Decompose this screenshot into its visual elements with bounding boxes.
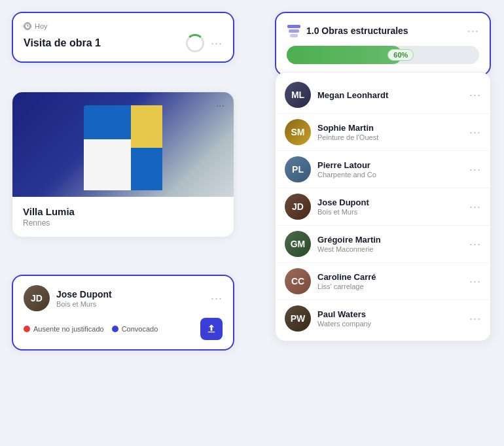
villa-location: Rennes bbox=[23, 218, 223, 228]
dots-menu-person-6[interactable]: ··· bbox=[469, 312, 481, 326]
people-info-3: Jose Dupont Bois et Murs bbox=[317, 197, 369, 216]
badge-ausente: Ausente no justificado bbox=[24, 325, 104, 333]
villa-image: ··· bbox=[12, 92, 234, 197]
people-info-4: Grégoire Martin West Maconnerie bbox=[317, 235, 381, 253]
avatar-4: GM bbox=[285, 231, 311, 257]
people-left-4: GM Grégoire Martin West Maconnerie bbox=[285, 231, 381, 257]
badge-convocado: Convocado bbox=[112, 325, 158, 333]
badges: Ausente no justificado Convocado bbox=[24, 325, 158, 333]
list-item: PL Pierre Latour Charpente and Co ··· bbox=[276, 151, 490, 188]
villa-name: Villa Lumia bbox=[23, 206, 223, 217]
person-info: Jose Dupont Bois et Murs bbox=[56, 289, 112, 308]
upload-icon bbox=[206, 324, 217, 334]
list-item: ML Megan Leonhardt ··· bbox=[276, 77, 490, 114]
list-item: JD Jose Dupont Bois et Murs ··· bbox=[276, 188, 490, 226]
list-item: PW Paul Waters Waters company ··· bbox=[276, 300, 490, 337]
dots-menu-person-2[interactable]: ··· bbox=[469, 163, 481, 177]
clock-icon bbox=[24, 22, 31, 30]
people-name-1: Sophie Martin bbox=[317, 123, 378, 133]
people-info-0: Megan Leonhardt bbox=[317, 90, 388, 100]
people-name-4: Grégoire Martin bbox=[317, 235, 381, 245]
people-left-6: PW Paul Waters Waters company bbox=[285, 305, 371, 332]
avatar-0: ML bbox=[285, 82, 311, 108]
avatar-3: JD bbox=[285, 194, 311, 220]
people-left-3: JD Jose Dupont Bois et Murs bbox=[285, 194, 369, 220]
people-card: ML Megan Leonhardt ··· SM Sophie Martin … bbox=[275, 72, 491, 341]
badge-ausente-label: Ausente no justificado bbox=[33, 325, 104, 333]
obras-title: 1.0 Obras estructurales bbox=[306, 26, 408, 36]
dots-menu-obras[interactable]: ··· bbox=[467, 24, 479, 38]
hoy-label: Hoy bbox=[35, 22, 48, 30]
visit-card: Hoy Visita de obra 1 ··· bbox=[12, 12, 234, 63]
person-name: Jose Dupont bbox=[56, 289, 112, 300]
dot-red bbox=[24, 326, 30, 332]
people-company-1: Peinture de l'Ouest bbox=[317, 133, 378, 141]
people-name-6: Paul Waters bbox=[317, 309, 371, 319]
person-left: JD Jose Dupont Bois et Murs bbox=[24, 285, 112, 311]
avatar-5: CC bbox=[285, 268, 311, 294]
progress-bar-container: 60% bbox=[287, 46, 479, 64]
villa-card: ··· Villa Lumia Rennes bbox=[12, 92, 234, 237]
obras-header: 1.0 Obras estructurales ··· bbox=[287, 24, 479, 38]
people-info-2: Pierre Latour Charpente and Co bbox=[317, 160, 376, 179]
avatar-6: PW bbox=[285, 305, 311, 332]
dots-menu-visit[interactable]: ··· bbox=[211, 37, 223, 50]
building-shape bbox=[84, 105, 162, 190]
people-left-1: SM Sophie Martin Peinture de l'Ouest bbox=[285, 119, 378, 145]
people-left-2: PL Pierre Latour Charpente and Co bbox=[285, 156, 376, 182]
avatar-1: SM bbox=[285, 119, 311, 145]
visit-title: Visita de obra 1 bbox=[24, 37, 101, 49]
people-info-6: Paul Waters Waters company bbox=[317, 309, 371, 328]
person-company: Bois et Murs bbox=[56, 300, 112, 308]
people-company-3: Bois et Murs bbox=[317, 208, 369, 216]
people-company-2: Charpente and Co bbox=[317, 171, 376, 179]
progress-bar-fill: 60% bbox=[287, 46, 402, 64]
stack-icon bbox=[287, 24, 301, 38]
badge-convocado-label: Convocado bbox=[122, 325, 158, 333]
avatar-jose: JD bbox=[24, 285, 50, 311]
people-name-3: Jose Dupont bbox=[317, 197, 369, 207]
people-company-5: Liss' carrelage bbox=[317, 283, 376, 290]
people-info-5: Caroline Carré Liss' carrelage bbox=[317, 272, 376, 290]
progress-spinner bbox=[186, 34, 204, 52]
progress-label: 60% bbox=[387, 49, 414, 61]
avatar-2: PL bbox=[285, 156, 311, 182]
dots-menu-jose[interactable]: ··· bbox=[211, 292, 223, 305]
visit-actions: ··· bbox=[186, 34, 223, 52]
list-item: GM Grégoire Martin West Maconnerie ··· bbox=[276, 226, 490, 263]
dots-menu-person-1[interactable]: ··· bbox=[469, 126, 481, 139]
people-company-6: Waters company bbox=[317, 320, 371, 328]
dots-menu-person-0[interactable]: ··· bbox=[469, 88, 481, 102]
dot-blue bbox=[112, 326, 118, 332]
list-item: SM Sophie Martin Peinture de l'Ouest ··· bbox=[276, 114, 490, 151]
jose-card: JD Jose Dupont Bois et Murs ··· Ausente … bbox=[12, 275, 234, 351]
dots-menu-person-4[interactable]: ··· bbox=[469, 237, 481, 251]
badge-row: Ausente no justificado Convocado bbox=[24, 318, 223, 340]
people-left-0: ML Megan Leonhardt bbox=[285, 82, 388, 108]
people-info-1: Sophie Martin Peinture de l'Ouest bbox=[317, 123, 378, 141]
list-item: CC Caroline Carré Liss' carrelage ··· bbox=[276, 263, 490, 300]
dots-menu-person-3[interactable]: ··· bbox=[469, 200, 481, 214]
dots-menu-villa[interactable]: ··· bbox=[216, 100, 225, 112]
people-name-0: Megan Leonhardt bbox=[317, 90, 388, 100]
upload-button[interactable] bbox=[200, 318, 223, 340]
people-left-5: CC Caroline Carré Liss' carrelage bbox=[285, 268, 376, 294]
dots-menu-person-5[interactable]: ··· bbox=[469, 275, 481, 288]
people-name-2: Pierre Latour bbox=[317, 160, 376, 170]
obras-card: 1.0 Obras estructurales ··· 60% bbox=[275, 12, 491, 76]
villa-info: Villa Lumia Rennes bbox=[12, 197, 234, 237]
people-name-5: Caroline Carré bbox=[317, 272, 376, 282]
people-company-4: West Maconnerie bbox=[317, 245, 381, 253]
obras-title-row: 1.0 Obras estructurales bbox=[287, 24, 408, 38]
